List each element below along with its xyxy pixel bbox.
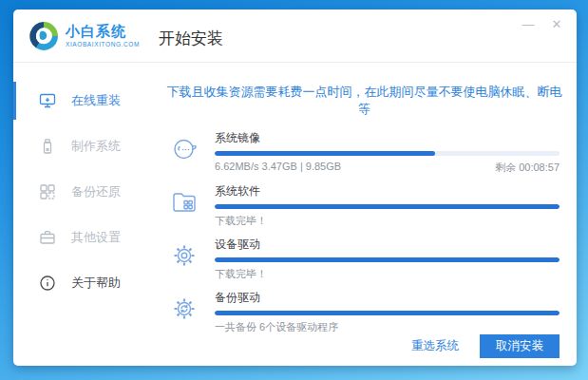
task-label: 系统软件 [215, 183, 560, 200]
task-label: 备份驱动 [215, 290, 560, 306]
header: 小白系统 XIAOBAIXITONG.COM 开始安装 [13, 10, 577, 63]
brand-domain: XIAOBAIXITONG.COM [66, 41, 140, 48]
info-circle-icon [39, 275, 56, 292]
task-status-left: 下载完毕！ [215, 267, 267, 281]
task-row-system-image: 系统镜像 6.62MB/s 3.47GB | 9.85GB 剩余 00:08:5… [152, 130, 577, 175]
brand-text: 小白系统 XIAOBAIXITONG.COM [66, 24, 140, 48]
progress-fill [215, 204, 560, 209]
cancel-install-button[interactable]: 取消安装 [480, 334, 560, 358]
task-status-left: 下载完毕！ [215, 214, 267, 228]
task-status-left: 一共备份 6个设备驱动程序 [215, 320, 338, 334]
task-row-system-software: 系统软件 下载完毕！ [152, 183, 577, 228]
task-row-device-driver: 设备驱动 下载完毕！ [152, 237, 577, 281]
app-logo: 小白系统 XIAOBAIXITONG.COM [28, 21, 140, 51]
desktop-background: — ✕ 小白系统 XIAOBAIXITONG.COM 开始安装 [0, 0, 588, 380]
sidebar: 在线重装 制作系统 备份还原 其他设置 关于帮助 [13, 63, 152, 366]
monitor-reinstall-icon [39, 92, 56, 109]
backup-grid-icon [39, 183, 56, 200]
task-label: 系统镜像 [215, 130, 560, 146]
software-folder-icon [170, 188, 199, 217]
brand-logo-icon [28, 21, 59, 51]
notice-text: 下载且收集资源需要耗费一点时间，在此期间尽量不要使电脑休眠、断电等 [152, 84, 577, 118]
close-icon[interactable]: ✕ [548, 15, 565, 32]
sidebar-item-other-settings[interactable]: 其他设置 [13, 215, 152, 260]
minimize-icon[interactable]: — [520, 15, 537, 32]
footer-actions: 重选系统 取消安装 [411, 334, 560, 358]
usb-make-icon [39, 138, 56, 155]
sidebar-item-online-reinstall[interactable]: 在线重装 [13, 78, 152, 124]
brand-name: 小白系统 [66, 24, 140, 40]
progress-bar [215, 204, 560, 209]
sidebar-item-about-help[interactable]: 关于帮助 [13, 260, 152, 306]
task-row-backup-driver: 备份驱动 一共备份 6个设备驱动程序 [152, 290, 577, 334]
progress-fill [215, 311, 560, 315]
task-label: 设备驱动 [215, 237, 560, 253]
sidebar-item-backup-restore[interactable]: 备份还原 [13, 169, 152, 215]
sidebar-item-make-system[interactable]: 制作系统 [13, 124, 152, 169]
progress-bar [215, 151, 560, 156]
driver-gear-icon [170, 241, 199, 270]
task-list: 系统镜像 6.62MB/s 3.47GB | 9.85GB 剩余 00:08:5… [152, 130, 577, 334]
page-title: 开始安装 [159, 28, 223, 49]
app-window: — ✕ 小白系统 XIAOBAIXITONG.COM 开始安装 [13, 10, 577, 366]
window-controls: — ✕ [520, 15, 565, 32]
progress-fill [215, 151, 435, 156]
progress-bar [215, 257, 560, 262]
main-content: 下载且收集资源需要耗费一点时间，在此期间尽量不要使电脑休眠、断电等 系统镜像 6… [152, 63, 577, 366]
backup-gear-icon [170, 294, 199, 323]
reselect-system-button[interactable]: 重选系统 [411, 338, 459, 354]
cloud-mascot-icon [170, 135, 199, 163]
progress-fill [215, 257, 560, 262]
settings-case-icon [39, 229, 56, 246]
progress-bar [215, 311, 560, 315]
task-status-left: 6.62MB/s 3.47GB | 9.85GB [215, 161, 341, 175]
task-status-right: 剩余 00:08:57 [495, 161, 560, 175]
